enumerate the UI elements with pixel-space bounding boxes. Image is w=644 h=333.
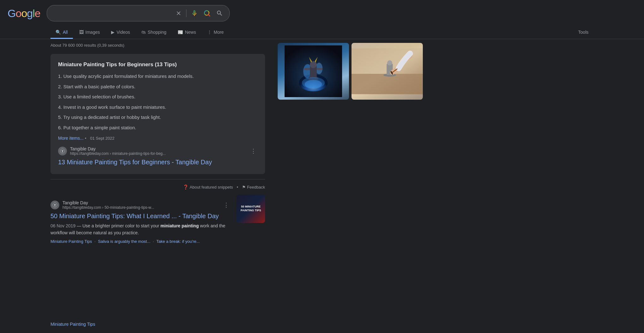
second-result-thumbnail: 50 MINIATURE PAINTING TIPS	[237, 195, 265, 223]
date-separator: •	[85, 136, 86, 141]
sub-link-sep-2: ·	[153, 239, 155, 244]
search-tabs: 🔍 All 🖼 Images ▶ Videos 🛍 Shopping 📰 New…	[0, 26, 644, 39]
tab-videos[interactable]: ▶ Videos	[106, 26, 135, 39]
lens-button[interactable]	[202, 9, 212, 18]
page-bottom: Miniature Painting Tips	[50, 322, 95, 327]
second-source-url: https://tangibleday.com › 50-miniature-p…	[62, 205, 219, 210]
right-column	[278, 43, 423, 244]
more-items-link[interactable]: More items...	[58, 136, 84, 141]
list-item: 2. Start with a basic palette of colors.	[58, 83, 257, 91]
miniature-figure-svg	[280, 45, 346, 97]
tab-shopping[interactable]: 🛍 Shopping	[136, 26, 171, 39]
list-item: 1. Use quality acrylic paint formulated …	[58, 73, 257, 80]
header: Google miniature painting tips	[0, 0, 644, 26]
source-favicon: T	[58, 147, 67, 155]
snippet-pre-text: Use a brighter primer color to start you…	[82, 223, 160, 228]
featured-title: Miniature Painting Tips for Beginners (1…	[58, 61, 257, 68]
source-name: Tangible Day	[70, 146, 246, 151]
more-dots-icon: ⋮	[207, 30, 212, 35]
lens-icon	[204, 10, 210, 17]
divider	[186, 9, 186, 17]
second-source-name: Tangible Day	[62, 200, 219, 205]
sub-link-1[interactable]: Miniature Painting Tips	[50, 239, 92, 244]
tab-all-label: All	[63, 30, 68, 35]
images-panel	[278, 43, 423, 100]
snippet-bold-text: miniature painting	[161, 223, 199, 228]
svg-rect-18	[352, 74, 423, 94]
videos-icon: ▶	[111, 30, 115, 35]
second-result: T Tangible Day https://tangibleday.com ›…	[50, 195, 265, 244]
tab-all[interactable]: 🔍 All	[50, 26, 73, 39]
tab-more[interactable]: ⋮ More	[202, 26, 229, 39]
svg-point-21	[387, 60, 392, 65]
image-1	[278, 43, 349, 100]
second-favicon-icon: T	[52, 202, 57, 207]
second-result-link[interactable]: 50 Miniature Painting Tips: What I Learn…	[50, 212, 230, 220]
second-snippet-text: 06 Nov 2019 — Use a brighter primer colo…	[50, 222, 230, 237]
tab-more-label: More	[214, 30, 224, 35]
tools-button[interactable]: Tools	[573, 26, 594, 39]
sub-link-3[interactable]: Take a break: if you're...	[156, 239, 200, 244]
list-item: 5. Try using a dedicated artist or hobby…	[58, 114, 257, 121]
source-row: T Tangible Day https://tangibleday.com ›…	[58, 146, 257, 156]
clear-icon	[175, 10, 182, 16]
tab-images[interactable]: 🖼 Images	[74, 26, 105, 39]
list-item: 3. Use a limited selection of brushes.	[58, 93, 257, 101]
svg-rect-13	[304, 68, 310, 70]
google-logo: Google	[8, 7, 40, 20]
search-input[interactable]: miniature painting tips	[52, 10, 171, 16]
about-snippets-label: About featured snippets	[190, 185, 233, 190]
tab-images-label: Images	[86, 30, 100, 35]
results-count: About 79 600 000 results (0,39 seconds)	[50, 43, 265, 48]
second-source-favicon: T	[50, 201, 59, 209]
bottom-title: Miniature Painting Tips	[50, 322, 95, 327]
sub-link-2[interactable]: Saliva is arguably the most...	[98, 239, 150, 244]
tab-news-label: News	[185, 30, 196, 35]
tab-news[interactable]: 📰 News	[173, 26, 201, 39]
feedback-label: Feedback	[247, 185, 265, 190]
source-url: https://tangibleday.com › miniature-pain…	[70, 151, 246, 156]
search-icons	[174, 9, 224, 18]
painting-hand-svg	[352, 43, 423, 100]
microphone-button[interactable]	[190, 9, 199, 18]
svg-rect-14	[317, 68, 322, 70]
clear-button[interactable]	[174, 9, 183, 18]
second-three-dot-button[interactable]: ⋮	[222, 200, 230, 210]
featured-snippet: Miniature Painting Tips for Beginners (1…	[50, 54, 265, 174]
thumbnail-image: 50 MINIATURE PAINTING TIPS	[237, 195, 265, 223]
favicon-icon: T	[60, 149, 65, 154]
images-icon: 🖼	[79, 30, 84, 35]
image-2	[352, 43, 423, 100]
main-content: About 79 600 000 results (0,39 seconds) …	[0, 39, 644, 244]
dash-sep: —	[77, 223, 82, 228]
featured-result-link[interactable]: 13 Miniature Painting Tips for Beginners…	[58, 158, 257, 166]
question-circle-icon: ❓	[183, 184, 188, 190]
search-button[interactable]	[215, 9, 224, 18]
image-card-1[interactable]	[278, 43, 349, 100]
sub-links: Miniature Painting Tips · Saliva is argu…	[50, 239, 230, 244]
image-card-2[interactable]	[352, 43, 423, 100]
svg-text:T: T	[54, 204, 56, 207]
featured-list: 1. Use quality acrylic paint formulated …	[58, 73, 257, 131]
second-source-info: Tangible Day https://tangibleday.com › 5…	[62, 200, 219, 210]
source-info: Tangible Day https://tangibleday.com › m…	[70, 146, 246, 156]
about-snippets-link[interactable]: ❓ About featured snippets	[183, 184, 233, 190]
feedback-row: ❓ About featured snippets • ⚑ Feedback	[50, 184, 265, 190]
dot-separator: •	[237, 185, 238, 190]
all-icon: 🔍	[56, 30, 61, 35]
sub-link-sep-1: ·	[94, 239, 97, 244]
shopping-icon: 🛍	[141, 30, 146, 35]
snippet-date: 01 Sept 2022	[90, 136, 114, 141]
list-item: 4. Invest in a good work surface to pain…	[58, 104, 257, 111]
search-bar: miniature painting tips	[47, 5, 230, 21]
three-dot-menu-button[interactable]: ⋮	[249, 146, 257, 156]
svg-line-1	[208, 15, 210, 16]
feedback-link[interactable]: ⚑ Feedback	[242, 185, 265, 190]
second-result-date: 06 Nov 2019	[50, 223, 75, 228]
svg-text:T: T	[62, 150, 63, 153]
search-icon	[216, 10, 223, 17]
second-source-row: T Tangible Day https://tangibleday.com ›…	[50, 200, 230, 210]
svg-point-16	[305, 80, 322, 88]
microphone-icon	[191, 10, 198, 17]
tab-videos-label: Videos	[116, 30, 130, 35]
